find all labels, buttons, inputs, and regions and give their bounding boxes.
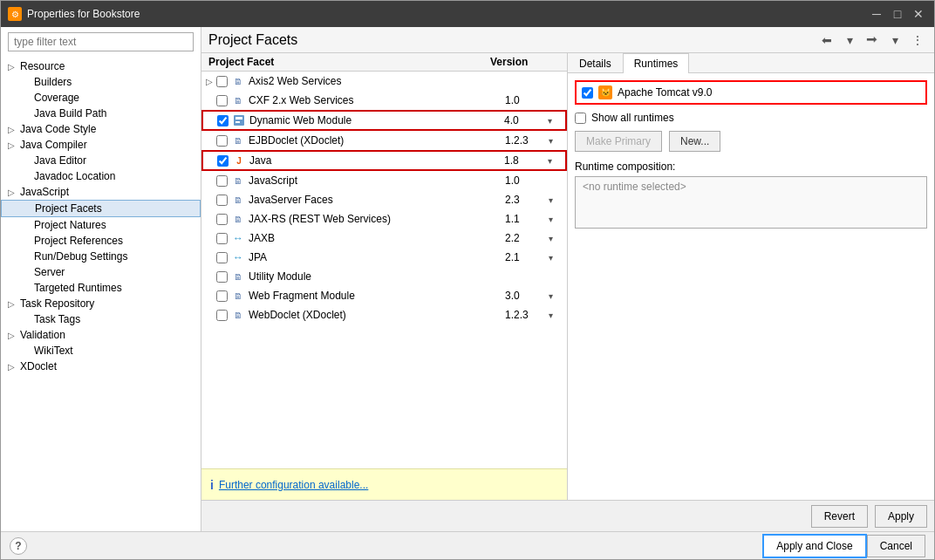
revert-button[interactable]: Revert — [811, 505, 868, 528]
svg-rect-2 — [235, 121, 240, 123]
facets-table-header: Project Facet Version — [201, 53, 567, 72]
dropdown-icon[interactable]: ▾ — [548, 156, 562, 166]
facet-checkbox-jpa[interactable] — [216, 252, 228, 263]
sidebar-item-run-debug[interactable]: ▷ Run/Debug Settings — [1, 249, 201, 264]
facet-row-axis2[interactable]: ▷ 🗎 Axis2 Web Services — [201, 72, 567, 91]
dropdown-icon[interactable]: ▾ — [549, 215, 563, 224]
facet-checkbox-jaxrs[interactable] — [216, 214, 228, 225]
facet-row-jaxrs[interactable]: ▷ 🗎 JAX-RS (REST Web Services) 1.1 ▾ — [201, 209, 567, 229]
sidebar-item-coverage[interactable]: ▷ Coverage — [1, 90, 201, 106]
sidebar-item-project-facets[interactable]: ▷ Project Facets — [1, 200, 201, 217]
sidebar-item-java-code-style[interactable]: ▷ Java Code Style — [1, 121, 201, 137]
dropdown-icon[interactable]: ▾ — [549, 291, 563, 301]
dropdown-icon[interactable]: ▾ — [549, 234, 563, 243]
maximize-button[interactable]: □ — [889, 5, 906, 23]
facets-scroll-area[interactable]: ▷ 🗎 Axis2 Web Services ▷ 🗎 C — [201, 72, 567, 468]
sidebar-item-wikitext[interactable]: ▷ WikiText — [1, 343, 201, 359]
facet-icon-doc: 🗎 — [231, 193, 245, 207]
footer: ? Apply and Close Cancel — [1, 531, 934, 559]
facet-row-jsf[interactable]: ▷ 🗎 JavaServer Faces 2.3 ▾ — [201, 190, 567, 209]
facet-version: 1.2.3 — [505, 134, 549, 147]
back-button[interactable]: ⬅ — [817, 31, 836, 50]
sidebar-item-javascript[interactable]: ▷ JavaScript — [1, 184, 201, 200]
sidebar-item-task-repository[interactable]: ▷ Task Repository — [1, 296, 201, 311]
facet-checkbox-web-fragment[interactable] — [216, 290, 228, 302]
facet-checkbox-jaxb[interactable] — [216, 233, 228, 244]
facet-checkbox-jsf[interactable] — [216, 195, 228, 206]
facet-checkbox-axis2[interactable] — [216, 76, 228, 87]
sidebar-item-java-build-path[interactable]: ▷ Java Build Path — [1, 106, 201, 121]
facet-checkbox-utility[interactable] — [216, 271, 228, 283]
sidebar-item-java-editor[interactable]: ▷ Java Editor — [1, 153, 201, 168]
apply-close-button[interactable]: Apply and Close — [762, 534, 866, 558]
facet-checkbox-webdoclet[interactable] — [216, 310, 228, 321]
sidebar-item-label: Server — [34, 266, 65, 278]
menu-button[interactable]: ⋮ — [908, 31, 927, 50]
show-all-runtimes: Show all runtimes — [575, 112, 927, 124]
facet-row-jpa[interactable]: ▷ ↔ JPA 2.1 ▾ — [201, 248, 567, 267]
tab-content-runtimes: 🐱 Apache Tomcat v9.0 Show all runtimes M… — [568, 73, 934, 500]
sidebar-item-server[interactable]: ▷ Server — [1, 264, 201, 280]
filter-input[interactable] — [8, 32, 194, 51]
facet-row-jaxb[interactable]: ▷ ↔ JAXB 2.2 ▾ — [201, 229, 567, 248]
facet-icon-arrow: ↔ — [231, 231, 245, 245]
info-link[interactable]: Further configuration available... — [219, 479, 368, 491]
expand-arrow: ▷ — [8, 188, 17, 197]
facet-row-javascript[interactable]: ▷ 🗎 JavaScript 1.0 — [201, 171, 567, 190]
facet-name: JAXB — [249, 232, 505, 244]
dropdown-icon[interactable]: ▾ — [548, 116, 562, 126]
sidebar-item-project-references[interactable]: ▷ Project References — [1, 233, 201, 249]
facet-name: JAX-RS (REST Web Services) — [249, 213, 505, 225]
make-primary-button[interactable]: Make Primary — [575, 131, 662, 152]
facet-row-java[interactable]: ▷ J Java 1.8 ▾ — [201, 150, 567, 171]
facet-row-utility[interactable]: ▷ 🗎 Utility Module — [201, 267, 567, 286]
dropdown-icon[interactable]: ▾ — [549, 136, 563, 146]
svg-rect-1 — [235, 117, 242, 120]
sidebar-item-task-tags[interactable]: ▷ Task Tags — [1, 311, 201, 327]
dropdown-icon[interactable]: ▾ — [549, 311, 563, 320]
facet-version: 3.0 — [505, 290, 549, 302]
new-runtime-button[interactable]: New... — [669, 131, 720, 152]
forward-button[interactable]: ⮕ — [863, 31, 882, 50]
sidebar-item-resource[interactable]: ▷ Resource — [1, 58, 201, 74]
info-icon: i — [210, 478, 214, 492]
dropdown-button[interactable]: ▾ — [840, 31, 859, 50]
tab-details[interactable]: Details — [568, 53, 623, 73]
facet-checkbox-ejbdoclet[interactable] — [216, 135, 228, 147]
facet-checkbox-java[interactable] — [217, 155, 229, 167]
apply-button[interactable]: Apply — [875, 505, 927, 528]
sidebar-item-javadoc-location[interactable]: ▷ Javadoc Location — [1, 168, 201, 184]
tab-runtimes[interactable]: Runtimes — [623, 53, 690, 73]
sidebar-item-java-compiler[interactable]: ▷ Java Compiler — [1, 137, 201, 153]
dropdown-icon[interactable]: ▾ — [549, 253, 563, 263]
facet-row-cxf[interactable]: ▷ 🗎 CXF 2.x Web Services 1.0 — [201, 91, 567, 110]
facet-version: 1.8 — [504, 154, 548, 167]
secondary-buttons-bar: Revert Apply — [201, 500, 934, 531]
facet-row-ejbdoclet[interactable]: ▷ 🗎 EJBDoclet (XDoclet) 1.2.3 ▾ — [201, 131, 567, 150]
sidebar-item-builders[interactable]: ▷ Builders — [1, 74, 201, 90]
runtime-item-tomcat[interactable]: 🐱 Apache Tomcat v9.0 — [575, 80, 927, 105]
facet-row-dynamic-web[interactable]: ▷ Dynamic Web Module 4.0 ▾ — [201, 110, 567, 131]
facet-checkbox-javascript[interactable] — [216, 175, 228, 187]
cancel-button[interactable]: Cancel — [867, 535, 925, 557]
facet-row-webdoclet[interactable]: ▷ 🗎 WebDoclet (XDoclet) 1.2.3 ▾ — [201, 305, 567, 324]
facet-checkbox-dynamic-web[interactable] — [217, 115, 229, 126]
facet-icon-doc: 🗎 — [231, 270, 245, 283]
sidebar-item-xdoclet[interactable]: ▷ XDoclet — [1, 359, 201, 374]
facet-checkbox-cxf[interactable] — [216, 95, 228, 106]
facet-icon-web — [232, 113, 246, 127]
runtime-checkbox-tomcat[interactable] — [582, 87, 593, 99]
help-button[interactable]: ? — [10, 537, 27, 555]
facet-row-web-fragment[interactable]: ▷ 🗎 Web Fragment Module 3.0 ▾ — [201, 286, 567, 305]
facet-name: Dynamic Web Module — [249, 114, 504, 126]
minimize-button[interactable]: ─ — [868, 5, 885, 23]
sidebar-item-validation[interactable]: ▷ Validation — [1, 327, 201, 343]
sidebar-item-targeted-runtimes[interactable]: ▷ Targeted Runtimes — [1, 280, 201, 296]
sidebar-item-label: Java Build Path — [34, 107, 106, 120]
show-all-checkbox[interactable] — [575, 113, 586, 124]
dropdown-icon[interactable]: ▾ — [549, 195, 563, 205]
sidebar-item-project-natures[interactable]: ▷ Project Natures — [1, 217, 201, 233]
close-button[interactable]: ✕ — [910, 5, 927, 23]
sidebar-item-label: Project Facets — [35, 202, 102, 215]
dropdown-button2[interactable]: ▾ — [885, 31, 904, 50]
